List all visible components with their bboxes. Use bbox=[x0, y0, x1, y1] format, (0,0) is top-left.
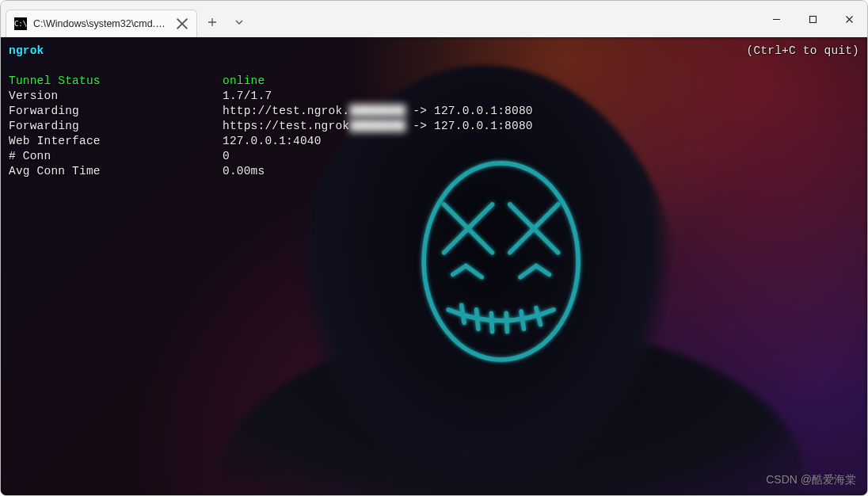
tab-actions bbox=[199, 9, 253, 37]
row-label: Web Interface bbox=[9, 134, 223, 149]
close-window-button[interactable] bbox=[831, 1, 867, 37]
row-value: 0.00ms bbox=[223, 165, 265, 177]
row-value-prefix: http://test.ngrok. bbox=[223, 105, 349, 117]
quit-hint: (Ctrl+C to quit) bbox=[747, 44, 859, 59]
obscured-segment: ████████ bbox=[349, 119, 405, 134]
tab-cmd[interactable]: C:\ C:\Windows\system32\cmd.exe bbox=[6, 10, 197, 37]
row-label: Version bbox=[9, 89, 223, 104]
row-value-suffix: -> 127.0.0.1:8080 bbox=[405, 105, 532, 117]
status-row: Forwardinghttp://test.ngrok.████████ -> … bbox=[9, 104, 859, 119]
row-value: 127.0.0.1:4040 bbox=[223, 135, 322, 147]
row-label: Forwarding bbox=[9, 119, 223, 134]
status-row: Version1.7/1.7 bbox=[9, 89, 859, 104]
watermark: CSDN @酷爱海棠 bbox=[766, 473, 856, 487]
new-tab-button[interactable] bbox=[199, 9, 226, 36]
terminal-text: (Ctrl+C to quit) ngrok Tunnel Statusonli… bbox=[1, 37, 867, 495]
tab-dropdown-button[interactable] bbox=[226, 9, 253, 36]
tab-close-button[interactable] bbox=[176, 17, 188, 30]
row-value: online bbox=[223, 74, 265, 87]
maximize-button[interactable] bbox=[794, 1, 831, 37]
row-label: Avg Conn Time bbox=[9, 164, 223, 179]
status-row: Avg Conn Time0.00ms bbox=[9, 164, 859, 179]
program-name: ngrok bbox=[9, 44, 44, 57]
row-value-prefix: https://test.ngrok bbox=[223, 120, 349, 132]
row-label: Forwarding bbox=[9, 104, 223, 119]
obscured-segment: ████████ bbox=[349, 104, 405, 119]
status-row: Forwardinghttps://test.ngrok████████ -> … bbox=[9, 119, 859, 134]
status-row: # Conn0 bbox=[9, 149, 859, 164]
minimize-button[interactable] bbox=[758, 1, 794, 37]
cmd-icon: C:\ bbox=[14, 17, 27, 30]
row-label: Tunnel Status bbox=[9, 74, 223, 89]
status-row: Web Interface127.0.0.1:4040 bbox=[9, 134, 859, 149]
row-value: 1.7/1.7 bbox=[223, 90, 272, 102]
terminal-window: C:\ C:\Windows\system32\cmd.exe bbox=[0, 0, 868, 496]
terminal-viewport[interactable]: (Ctrl+C to quit) ngrok Tunnel Statusonli… bbox=[1, 37, 867, 495]
window-controls bbox=[758, 1, 867, 37]
row-value-suffix: -> 127.0.0.1:8080 bbox=[405, 120, 532, 132]
status-row: Tunnel Statusonline bbox=[9, 74, 859, 89]
row-label: # Conn bbox=[9, 149, 223, 164]
title-bar[interactable]: C:\ C:\Windows\system32\cmd.exe bbox=[1, 1, 867, 37]
tab-title: C:\Windows\system32\cmd.exe bbox=[33, 18, 169, 29]
row-value: 0 bbox=[223, 150, 230, 162]
svg-rect-0 bbox=[809, 16, 816, 22]
tab-strip: C:\ C:\Windows\system32\cmd.exe bbox=[1, 1, 253, 37]
